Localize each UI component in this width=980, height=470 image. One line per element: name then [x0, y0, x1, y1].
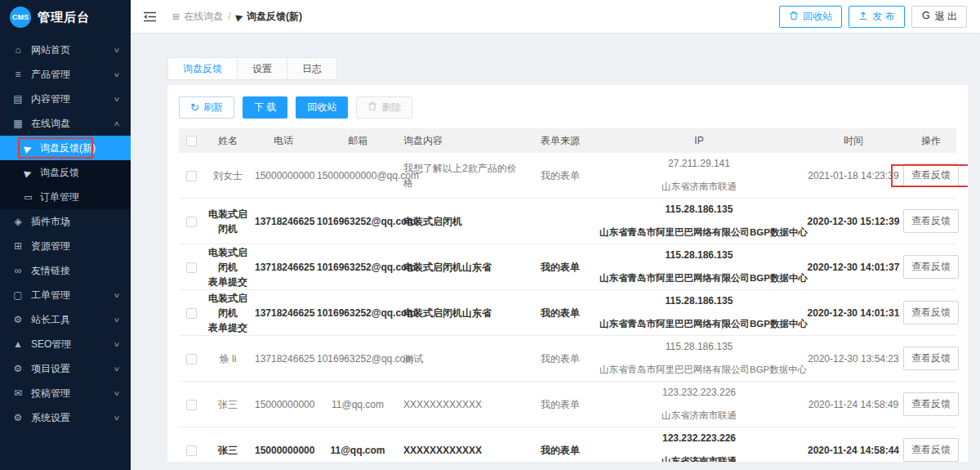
table-row: 电装式启闭机表单提交 13718246625 1016963252@qq.com… — [179, 244, 956, 290]
refresh-button[interactable]: ↻刷新 — [179, 96, 234, 119]
button-label: 退 出 — [935, 10, 957, 24]
grid-icon: ⊞ — [11, 240, 24, 252]
view-feedback-button[interactable]: 查看反馈 — [903, 209, 959, 233]
cell-phone: 13718246625 — [252, 260, 314, 275]
tab-label: 设置 — [252, 62, 272, 76]
delete-button: 删除 — [356, 96, 412, 119]
cell-content: XXXXXXXXXXXX — [401, 443, 523, 458]
trash-icon — [789, 11, 799, 23]
view-feedback-button[interactable]: 查看反馈 — [903, 163, 959, 187]
chevron-up-icon: ∧ — [114, 120, 121, 128]
cms-logo-icon: CMS — [10, 7, 31, 28]
tab-settings[interactable]: 设置 — [237, 57, 287, 80]
cell-content: XXXXXXXXXXXX — [401, 397, 523, 412]
sidebar-subitem-inquiry-feedback-new[interactable]: ▶询盘反馈(新) — [0, 136, 131, 160]
row-checkbox[interactable] — [186, 308, 197, 319]
sidebar-item-label: 插件市场 — [31, 215, 70, 229]
checkbox-cell — [179, 168, 203, 183]
breadcrumb-separator: / — [228, 11, 230, 22]
cell-email: 11@qq.com — [314, 397, 401, 412]
cell-source: 我的表单 — [523, 260, 597, 275]
sidebar-item-label: 在线询盘 — [31, 117, 70, 131]
cell-action: 查看反馈 — [906, 427, 956, 462]
button-label: 回收站 — [803, 10, 832, 24]
sidebar-item-project-settings[interactable]: ⚙项目设置∨ — [0, 356, 131, 381]
view-feedback-button[interactable]: 查看反馈 — [903, 438, 959, 462]
row-checkbox[interactable] — [186, 171, 197, 181]
cell-phone: 15000000000 — [252, 397, 314, 412]
cell-email: 15000000000@qq.com — [314, 168, 401, 183]
view-feedback-button[interactable]: 查看反馈 — [903, 301, 959, 325]
publish-button[interactable]: 发 布 — [849, 6, 904, 28]
cell-name: 电装式启闭机表单提交 — [203, 245, 252, 289]
cell-email: 1016963252@qq.com — [314, 351, 401, 366]
sidebar-item-content[interactable]: ▤内容管理∨ — [0, 87, 131, 111]
column-header: 询盘内容 — [401, 133, 523, 148]
sidebar-item-submissions[interactable]: ✉投稿管理∨ — [0, 381, 131, 405]
sidebar-collapse-icon[interactable] — [144, 11, 156, 22]
view-feedback-button[interactable]: 查看反馈 — [903, 347, 959, 370]
gear-icon: ⚙ — [11, 412, 24, 423]
sidebar-item-friend-links[interactable]: ∞友情链接 — [0, 258, 131, 283]
sidebar-item-system-settings[interactable]: ⚙系统设置∨ — [0, 405, 131, 430]
cell-ip: 123.232.223.226山东省济南市联通 — [597, 431, 801, 462]
cell-name: 张三 — [203, 443, 252, 458]
tab-logs[interactable]: 日志 — [287, 57, 337, 80]
cell-ip: 27.211.29.141山东省济南市联通 — [597, 156, 801, 194]
cell-name: 电装式启闭机表单提交 — [203, 291, 252, 335]
document-icon: ▢ — [11, 289, 24, 301]
select-all-checkbox[interactable] — [186, 136, 197, 146]
cell-ip: 115.28.186.135山东省青岛市阿里巴巴网络有限公司BGP数据中心 — [597, 293, 801, 331]
tab-inquiry-feedback[interactable]: 询盘反馈 — [167, 57, 237, 80]
row-checkbox[interactable] — [186, 217, 197, 227]
row-checkbox[interactable] — [186, 354, 197, 365]
sidebar-subitem-inquiry-feedback[interactable]: ▶询盘反馈 — [0, 160, 131, 185]
button-label: 发 布 — [872, 10, 894, 24]
recycle-bin-button[interactable]: 回收站 — [296, 96, 348, 119]
grid-icon: ⊞ — [172, 11, 180, 22]
trash-icon — [368, 101, 377, 114]
sidebar-item-home[interactable]: ⌂网站首页∨ — [0, 38, 131, 62]
cell-email: 11@qq.com — [314, 443, 401, 458]
recycle-bin-button[interactable]: 回收站 — [779, 6, 842, 28]
cell-email: 1016963252@qq.com — [314, 306, 401, 320]
breadcrumb-item[interactable]: ⊞在线询盘 — [172, 10, 223, 24]
column-header: 操作 — [906, 133, 956, 148]
sidebar-item-plugin-market[interactable]: ◈插件市场 — [0, 209, 131, 234]
view-feedback-button[interactable]: 查看反馈 — [903, 255, 959, 279]
sidebar-item-products[interactable]: ≡产品管理∨ — [0, 62, 131, 87]
sidebar-item-online-inquiry[interactable]: ▦在线询盘∧ — [0, 111, 131, 136]
paper-plane-icon: ▶ — [22, 168, 34, 178]
sidebar-item-resources[interactable]: ⊞资源管理 — [0, 234, 131, 258]
view-feedback-button[interactable]: 查看反馈 — [903, 392, 959, 416]
chevron-down-icon: ∨ — [114, 390, 121, 397]
sidebar-item-label: 工单管理 — [31, 289, 70, 302]
row-checkbox[interactable] — [186, 400, 197, 410]
warning-icon: ▲ — [11, 338, 24, 350]
row-checkbox[interactable] — [186, 445, 197, 456]
logout-button[interactable]: 退 出 — [911, 6, 967, 28]
cell-phone: 13718246625 — [252, 351, 314, 366]
cell-source: 我的表单 — [523, 351, 597, 366]
cell-ip: 115.28.186.135山东省青岛市阿里巴巴网络有限公司BGP数据中心 — [597, 248, 801, 285]
paper-plane-icon: ▶ — [236, 11, 243, 22]
sidebar-item-seo[interactable]: ▲SEO管理∨ — [0, 332, 131, 356]
table-row: 电装式启闭机 13718246625 1016963252@qq.com 电装式… — [179, 199, 956, 244]
chevron-down-icon: ∨ — [114, 47, 121, 54]
sidebar-subitem-order-management[interactable]: ▭订单管理 — [0, 185, 131, 209]
row-checkbox[interactable] — [186, 262, 197, 273]
inquiry-table: 姓名电话邮箱询盘内容表单来源IP时间操作 刘女士 15000000000 150… — [179, 128, 956, 462]
cell-action: 查看反馈 — [906, 336, 956, 381]
checkbox-cell — [179, 351, 203, 366]
download-button[interactable]: 下 载 — [243, 96, 287, 119]
breadcrumb-item[interactable]: ▶询盘反馈(新) — [236, 10, 302, 24]
home-icon: ⌂ — [11, 44, 24, 56]
cell-email: 1016963252@qq.com — [314, 260, 401, 275]
chevron-down-icon: ∨ — [114, 341, 121, 348]
topbar-buttons: 回收站发 布退 出 — [779, 6, 967, 28]
cell-name: 张三 — [203, 397, 252, 412]
sidebar-item-webmaster-tools[interactable]: ⚙站长工具∨ — [0, 307, 131, 332]
table-row: 电装式启闭机表单提交 13718246625 1016963252@qq.com… — [179, 290, 956, 336]
sidebar-item-work-orders[interactable]: ▢工单管理∨ — [0, 283, 131, 307]
cell-time: 2020-11-24 14:58:49 — [801, 397, 906, 412]
